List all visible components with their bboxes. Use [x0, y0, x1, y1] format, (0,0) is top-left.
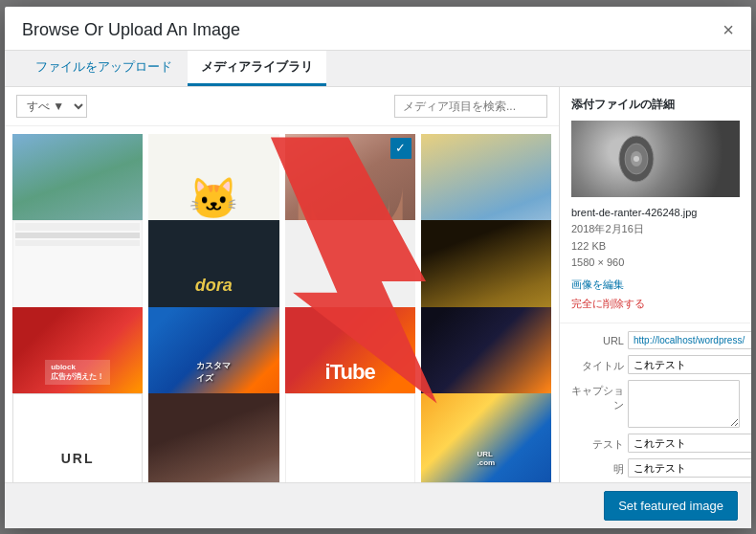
media-modal: Browse Or Upload An Image × ファイルをアップロード … — [5, 7, 751, 528]
selected-checkmark: ✓ — [390, 138, 411, 159]
desc-label: 明 — [571, 458, 624, 477]
attachment-info: brent-de-ranter-426248.jpg 2018年2月16日 12… — [571, 205, 740, 272]
tab-library[interactable]: メディアライブラリ — [188, 51, 326, 86]
title-field-row: タイトル — [571, 355, 740, 374]
url-field-row: URL — [571, 331, 740, 349]
url-input[interactable] — [628, 331, 751, 349]
media-item[interactable] — [285, 393, 415, 482]
alt-label: テスト — [571, 434, 624, 452]
edit-image-link[interactable]: 画像を編集 — [571, 276, 740, 295]
attachment-date: 2018年2月16日 — [571, 221, 740, 238]
media-right-panel: 添付ファイルの詳細 brent- — [560, 87, 751, 482]
tabs-bar: ファイルをアップロード メディアライブラリ — [5, 51, 751, 87]
modal-overlay: Browse Or Upload An Image × ファイルをアップロード … — [0, 0, 756, 534]
sort-select[interactable]: すべ ▼ — [16, 95, 87, 118]
caption-label: キャプション — [571, 380, 624, 412]
attachment-actions: 画像を編集 完全に削除する — [571, 276, 740, 314]
attachment-fields: URL タイトル キャプション テスト — [560, 323, 751, 481]
modal-body: すべ ▼ 🐱 — [5, 87, 751, 482]
media-item[interactable]: URL.com — [421, 393, 551, 482]
media-grid: 🐱 — [5, 126, 559, 482]
modal-header: Browse Or Upload An Image × — [5, 7, 751, 51]
close-button[interactable]: × — [723, 20, 734, 39]
modal-title: Browse Or Upload An Image — [22, 20, 240, 40]
url-label: URL — [571, 331, 624, 346]
attachment-filename: brent-de-ranter-426248.jpg — [571, 205, 740, 222]
media-item[interactable]: URL — [12, 393, 143, 482]
alt-field-row: テスト — [571, 434, 740, 453]
caption-field-row: キャプション — [571, 380, 740, 428]
caption-textarea[interactable] — [628, 380, 740, 428]
tab-upload[interactable]: ファイルをアップロード — [22, 51, 186, 86]
attachment-details: 添付ファイルの詳細 brent- — [560, 87, 751, 324]
media-toolbar: すべ ▼ — [5, 87, 559, 126]
title-label: タイトル — [571, 355, 624, 373]
delete-image-link[interactable]: 完全に削除する — [571, 295, 740, 314]
media-item[interactable] — [148, 393, 278, 482]
media-left-panel: すべ ▼ 🐱 — [5, 87, 560, 482]
attachment-filesize: 122 KB — [571, 238, 740, 256]
attachment-dimensions: 1580 × 960 — [571, 255, 740, 272]
svg-point-6 — [634, 156, 639, 162]
attachment-details-title: 添付ファイルの詳細 — [571, 97, 740, 113]
title-input[interactable] — [628, 355, 751, 374]
alt-input[interactable] — [628, 434, 751, 453]
desc-field-row: 明 — [571, 458, 740, 478]
attachment-thumbnail — [571, 121, 740, 197]
set-featured-button[interactable]: Set featured image — [604, 491, 738, 521]
search-input[interactable] — [394, 95, 547, 118]
modal-footer: Set featured image — [5, 482, 751, 528]
desc-input[interactable] — [628, 458, 751, 478]
